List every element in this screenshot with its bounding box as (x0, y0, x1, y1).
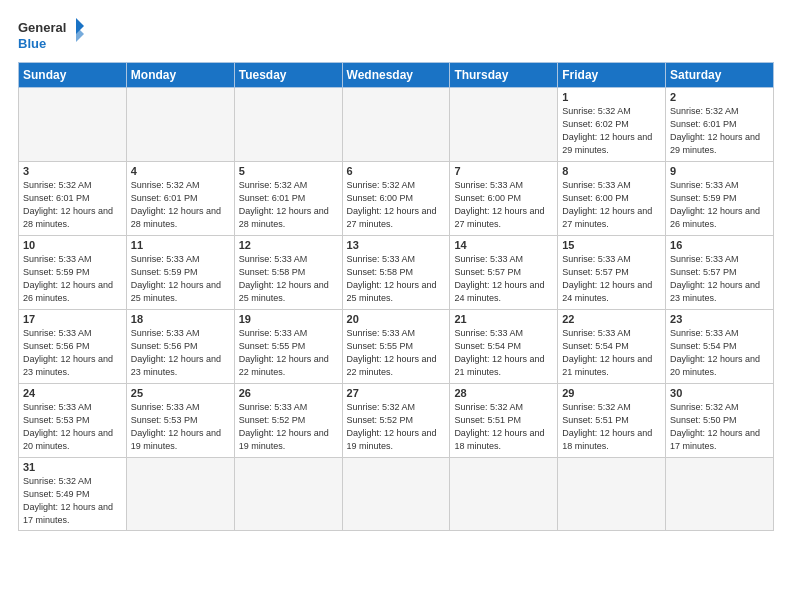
calendar-cell: 16Sunrise: 5:33 AM Sunset: 5:57 PM Dayli… (666, 236, 774, 310)
calendar-cell: 7Sunrise: 5:33 AM Sunset: 6:00 PM Daylig… (450, 162, 558, 236)
svg-text:General: General (18, 20, 66, 35)
day-number: 13 (347, 239, 446, 251)
calendar-cell (450, 88, 558, 162)
day-number: 30 (670, 387, 769, 399)
calendar-cell: 29Sunrise: 5:32 AM Sunset: 5:51 PM Dayli… (558, 384, 666, 458)
page: General Blue SundayMondayTuesdayWednesda… (0, 0, 792, 541)
calendar-cell: 31Sunrise: 5:32 AM Sunset: 5:49 PM Dayli… (19, 458, 127, 531)
weekday-header-monday: Monday (126, 63, 234, 88)
day-info: Sunrise: 5:32 AM Sunset: 6:01 PM Dayligh… (239, 179, 338, 231)
calendar-cell: 13Sunrise: 5:33 AM Sunset: 5:58 PM Dayli… (342, 236, 450, 310)
logo-svg: General Blue (18, 16, 88, 54)
day-info: Sunrise: 5:33 AM Sunset: 5:55 PM Dayligh… (239, 327, 338, 379)
calendar-cell: 17Sunrise: 5:33 AM Sunset: 5:56 PM Dayli… (19, 310, 127, 384)
calendar-cell (342, 88, 450, 162)
day-number: 31 (23, 461, 122, 473)
week-row-1: 3Sunrise: 5:32 AM Sunset: 6:01 PM Daylig… (19, 162, 774, 236)
calendar-cell: 25Sunrise: 5:33 AM Sunset: 5:53 PM Dayli… (126, 384, 234, 458)
calendar-cell: 2Sunrise: 5:32 AM Sunset: 6:01 PM Daylig… (666, 88, 774, 162)
logo: General Blue (18, 16, 88, 54)
weekday-header-sunday: Sunday (19, 63, 127, 88)
day-number: 20 (347, 313, 446, 325)
day-number: 8 (562, 165, 661, 177)
calendar-cell: 12Sunrise: 5:33 AM Sunset: 5:58 PM Dayli… (234, 236, 342, 310)
day-info: Sunrise: 5:33 AM Sunset: 6:00 PM Dayligh… (562, 179, 661, 231)
calendar-cell: 6Sunrise: 5:32 AM Sunset: 6:00 PM Daylig… (342, 162, 450, 236)
calendar-cell (342, 458, 450, 531)
day-info: Sunrise: 5:32 AM Sunset: 5:51 PM Dayligh… (562, 401, 661, 453)
day-number: 16 (670, 239, 769, 251)
calendar-cell: 22Sunrise: 5:33 AM Sunset: 5:54 PM Dayli… (558, 310, 666, 384)
week-row-0: 1Sunrise: 5:32 AM Sunset: 6:02 PM Daylig… (19, 88, 774, 162)
calendar-cell: 8Sunrise: 5:33 AM Sunset: 6:00 PM Daylig… (558, 162, 666, 236)
calendar-cell: 11Sunrise: 5:33 AM Sunset: 5:59 PM Dayli… (126, 236, 234, 310)
weekday-header-saturday: Saturday (666, 63, 774, 88)
calendar-cell: 18Sunrise: 5:33 AM Sunset: 5:56 PM Dayli… (126, 310, 234, 384)
calendar-cell: 1Sunrise: 5:32 AM Sunset: 6:02 PM Daylig… (558, 88, 666, 162)
day-info: Sunrise: 5:33 AM Sunset: 5:53 PM Dayligh… (23, 401, 122, 453)
calendar-cell: 9Sunrise: 5:33 AM Sunset: 5:59 PM Daylig… (666, 162, 774, 236)
calendar-cell: 14Sunrise: 5:33 AM Sunset: 5:57 PM Dayli… (450, 236, 558, 310)
day-info: Sunrise: 5:33 AM Sunset: 5:58 PM Dayligh… (347, 253, 446, 305)
calendar-cell (19, 88, 127, 162)
calendar-cell: 19Sunrise: 5:33 AM Sunset: 5:55 PM Dayli… (234, 310, 342, 384)
day-number: 10 (23, 239, 122, 251)
calendar-cell: 3Sunrise: 5:32 AM Sunset: 6:01 PM Daylig… (19, 162, 127, 236)
day-info: Sunrise: 5:33 AM Sunset: 5:59 PM Dayligh… (131, 253, 230, 305)
day-number: 29 (562, 387, 661, 399)
calendar-cell (234, 458, 342, 531)
day-number: 5 (239, 165, 338, 177)
week-row-4: 24Sunrise: 5:33 AM Sunset: 5:53 PM Dayli… (19, 384, 774, 458)
day-number: 24 (23, 387, 122, 399)
day-number: 26 (239, 387, 338, 399)
day-info: Sunrise: 5:33 AM Sunset: 5:57 PM Dayligh… (562, 253, 661, 305)
day-info: Sunrise: 5:33 AM Sunset: 5:57 PM Dayligh… (670, 253, 769, 305)
calendar-cell: 21Sunrise: 5:33 AM Sunset: 5:54 PM Dayli… (450, 310, 558, 384)
day-info: Sunrise: 5:33 AM Sunset: 5:57 PM Dayligh… (454, 253, 553, 305)
weekday-header-friday: Friday (558, 63, 666, 88)
day-number: 19 (239, 313, 338, 325)
calendar-cell (234, 88, 342, 162)
calendar-cell (126, 458, 234, 531)
day-number: 3 (23, 165, 122, 177)
day-number: 7 (454, 165, 553, 177)
day-number: 1 (562, 91, 661, 103)
calendar-cell: 30Sunrise: 5:32 AM Sunset: 5:50 PM Dayli… (666, 384, 774, 458)
day-info: Sunrise: 5:33 AM Sunset: 5:56 PM Dayligh… (23, 327, 122, 379)
weekday-header-row: SundayMondayTuesdayWednesdayThursdayFrid… (19, 63, 774, 88)
day-number: 22 (562, 313, 661, 325)
day-number: 25 (131, 387, 230, 399)
weekday-header-tuesday: Tuesday (234, 63, 342, 88)
day-info: Sunrise: 5:33 AM Sunset: 6:00 PM Dayligh… (454, 179, 553, 231)
calendar-cell: 24Sunrise: 5:33 AM Sunset: 5:53 PM Dayli… (19, 384, 127, 458)
calendar-cell: 28Sunrise: 5:32 AM Sunset: 5:51 PM Dayli… (450, 384, 558, 458)
calendar-cell: 4Sunrise: 5:32 AM Sunset: 6:01 PM Daylig… (126, 162, 234, 236)
weekday-header-thursday: Thursday (450, 63, 558, 88)
day-number: 2 (670, 91, 769, 103)
day-number: 27 (347, 387, 446, 399)
calendar-cell: 15Sunrise: 5:33 AM Sunset: 5:57 PM Dayli… (558, 236, 666, 310)
day-number: 9 (670, 165, 769, 177)
day-info: Sunrise: 5:33 AM Sunset: 5:52 PM Dayligh… (239, 401, 338, 453)
calendar-cell (450, 458, 558, 531)
day-info: Sunrise: 5:32 AM Sunset: 6:00 PM Dayligh… (347, 179, 446, 231)
day-info: Sunrise: 5:33 AM Sunset: 5:59 PM Dayligh… (23, 253, 122, 305)
calendar-cell: 26Sunrise: 5:33 AM Sunset: 5:52 PM Dayli… (234, 384, 342, 458)
day-info: Sunrise: 5:33 AM Sunset: 5:54 PM Dayligh… (670, 327, 769, 379)
day-info: Sunrise: 5:32 AM Sunset: 6:01 PM Dayligh… (670, 105, 769, 157)
day-info: Sunrise: 5:32 AM Sunset: 6:01 PM Dayligh… (131, 179, 230, 231)
day-number: 15 (562, 239, 661, 251)
day-number: 6 (347, 165, 446, 177)
week-row-2: 10Sunrise: 5:33 AM Sunset: 5:59 PM Dayli… (19, 236, 774, 310)
svg-text:Blue: Blue (18, 36, 46, 51)
weekday-header-wednesday: Wednesday (342, 63, 450, 88)
day-info: Sunrise: 5:33 AM Sunset: 5:53 PM Dayligh… (131, 401, 230, 453)
calendar-cell (666, 458, 774, 531)
day-number: 11 (131, 239, 230, 251)
day-info: Sunrise: 5:32 AM Sunset: 6:01 PM Dayligh… (23, 179, 122, 231)
calendar-cell (126, 88, 234, 162)
calendar-cell: 27Sunrise: 5:32 AM Sunset: 5:52 PM Dayli… (342, 384, 450, 458)
day-number: 17 (23, 313, 122, 325)
day-number: 28 (454, 387, 553, 399)
day-info: Sunrise: 5:32 AM Sunset: 5:50 PM Dayligh… (670, 401, 769, 453)
